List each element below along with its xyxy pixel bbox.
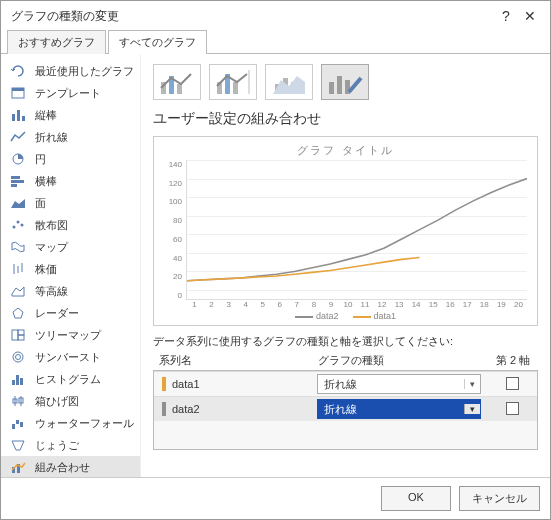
subtype-thumb-1[interactable]: [209, 64, 257, 100]
line-icon: [9, 129, 27, 145]
surface-icon: [9, 283, 27, 299]
svg-rect-47: [337, 76, 342, 94]
subtype-thumb-0[interactable]: [153, 64, 201, 100]
sidebar-item-line[interactable]: 折れ線: [1, 126, 140, 148]
sidebar-item-combo[interactable]: 組み合わせ: [1, 456, 140, 477]
svg-point-21: [16, 355, 21, 360]
secondary-axis-checkbox[interactable]: [506, 402, 519, 415]
svg-rect-6: [11, 176, 20, 179]
sidebar-item-recent[interactable]: 最近使用したグラフ: [1, 60, 140, 82]
tab-recommended[interactable]: おすすめグラフ: [7, 30, 106, 54]
series-grid: data1折れ線▾data2折れ線▾: [153, 370, 538, 450]
sidebar-item-label: 横棒: [35, 174, 57, 189]
subtype-thumb-3[interactable]: [321, 64, 369, 100]
funnel-icon: [9, 437, 27, 453]
sidebar-item-sunburst[interactable]: サンバースト: [1, 346, 140, 368]
svg-rect-18: [18, 330, 24, 335]
close-button[interactable]: ✕: [518, 7, 542, 25]
map-icon: [9, 239, 27, 255]
series-color-swatch: [162, 377, 166, 391]
svg-rect-37: [177, 84, 182, 94]
sidebar-item-waterfall[interactable]: ウォーターフォール: [1, 412, 140, 434]
sidebar-item-label: マップ: [35, 240, 68, 255]
sidebar-item-stock[interactable]: 株価: [1, 258, 140, 280]
combo-icon: [9, 459, 27, 475]
svg-rect-40: [233, 82, 238, 94]
combo-icon: [157, 68, 197, 96]
treemap-icon: [9, 327, 27, 343]
ok-button[interactable]: OK: [381, 486, 451, 511]
radar-icon: [9, 305, 27, 321]
col-secondary-axis: 第 2 軸: [488, 353, 538, 368]
sidebar-item-histogram[interactable]: ヒストグラム: [1, 368, 140, 390]
series-name: data1: [172, 378, 200, 390]
svg-rect-31: [20, 422, 23, 427]
sidebar-item-label: 箱ひげ図: [35, 394, 79, 409]
svg-marker-32: [12, 441, 24, 450]
chevron-down-icon: ▾: [464, 379, 480, 389]
chart-legend: data2data1: [164, 309, 527, 321]
series-row[interactable]: data2折れ線▾: [154, 396, 537, 421]
sidebar-item-bar[interactable]: 横棒: [1, 170, 140, 192]
svg-point-11: [17, 221, 20, 224]
window-title: グラフの種類の変更: [11, 8, 494, 25]
sidebar-item-scatter[interactable]: 散布図: [1, 214, 140, 236]
area-icon: [9, 195, 27, 211]
subtype-thumb-2[interactable]: [265, 64, 313, 100]
sidebar-item-boxwhisker[interactable]: 箱ひげ図: [1, 390, 140, 412]
help-button[interactable]: ?: [494, 7, 518, 25]
sidebar-item-radar[interactable]: レーダー: [1, 302, 140, 324]
stock-icon: [9, 261, 27, 277]
cancel-button[interactable]: キャンセル: [459, 486, 540, 511]
series-color-swatch: [162, 402, 166, 416]
sidebar-item-column[interactable]: 縦棒: [1, 104, 140, 126]
series-name: data2: [172, 403, 200, 415]
svg-rect-8: [11, 184, 17, 187]
pie-icon: [9, 151, 27, 167]
series-grid-header: 系列名 グラフの種類 第 2 軸: [153, 351, 538, 370]
sidebar-item-label: 株価: [35, 262, 57, 277]
chart-x-axis: 1234567891011121314151617181920: [164, 300, 527, 309]
svg-line-49: [349, 78, 361, 92]
waterfall-icon: [9, 415, 27, 431]
subtype-thumbnails: [141, 54, 550, 106]
dialog-footer: OK キャンセル: [1, 477, 550, 519]
sidebar-item-label: ヒストグラム: [35, 372, 101, 387]
sidebar-item-surface[interactable]: 等高線: [1, 280, 140, 302]
titlebar: グラフの種類の変更 ? ✕: [1, 1, 550, 29]
sidebar-item-label: ウォーターフォール: [35, 416, 134, 431]
series-config: データ系列に使用するグラフの種類と軸を選択してください: 系列名 グラフの種類 …: [153, 334, 538, 450]
svg-rect-17: [12, 330, 18, 340]
sidebar-item-template[interactable]: テンプレート: [1, 82, 140, 104]
sidebar-item-label: 最近使用したグラフ: [35, 64, 134, 79]
sidebar-item-label: 散布図: [35, 218, 68, 233]
chart-type-dropdown[interactable]: 折れ線▾: [317, 399, 481, 419]
sidebar-item-area[interactable]: 面: [1, 192, 140, 214]
main-panel: ユーザー設定の組み合わせ グラフ タイトル 140120100806040200…: [141, 54, 550, 477]
svg-rect-19: [18, 335, 24, 340]
tab-all[interactable]: すべてのグラフ: [108, 30, 207, 54]
series-row[interactable]: data1折れ線▾: [154, 371, 537, 396]
chart-type-dropdown[interactable]: 折れ線▾: [317, 374, 481, 394]
chart-title: グラフ タイトル: [164, 143, 527, 158]
combo-icon: [269, 68, 309, 96]
svg-rect-24: [20, 378, 23, 385]
sidebar: 最近使用したグラフテンプレート縦棒折れ線円横棒面散布図マップ株価等高線レーダーツ…: [1, 54, 141, 477]
sidebar-item-funnel[interactable]: じょうご: [1, 434, 140, 456]
secondary-axis-checkbox[interactable]: [506, 377, 519, 390]
sidebar-item-map[interactable]: マップ: [1, 236, 140, 258]
col-series-name: 系列名: [153, 353, 318, 368]
sidebar-item-label: 縦棒: [35, 108, 57, 123]
sidebar-item-pie[interactable]: 円: [1, 148, 140, 170]
svg-rect-22: [12, 380, 15, 385]
chevron-down-icon: ▾: [464, 404, 480, 414]
series-grid-body: data1折れ線▾data2折れ線▾: [154, 371, 537, 449]
chart-plot-area: [186, 160, 527, 300]
combo-custom-icon: [325, 68, 365, 96]
svg-point-20: [13, 352, 23, 362]
recent-icon: [9, 63, 27, 79]
svg-rect-2: [12, 114, 15, 121]
svg-point-10: [13, 226, 16, 229]
svg-rect-30: [16, 420, 19, 424]
sidebar-item-treemap[interactable]: ツリーマップ: [1, 324, 140, 346]
